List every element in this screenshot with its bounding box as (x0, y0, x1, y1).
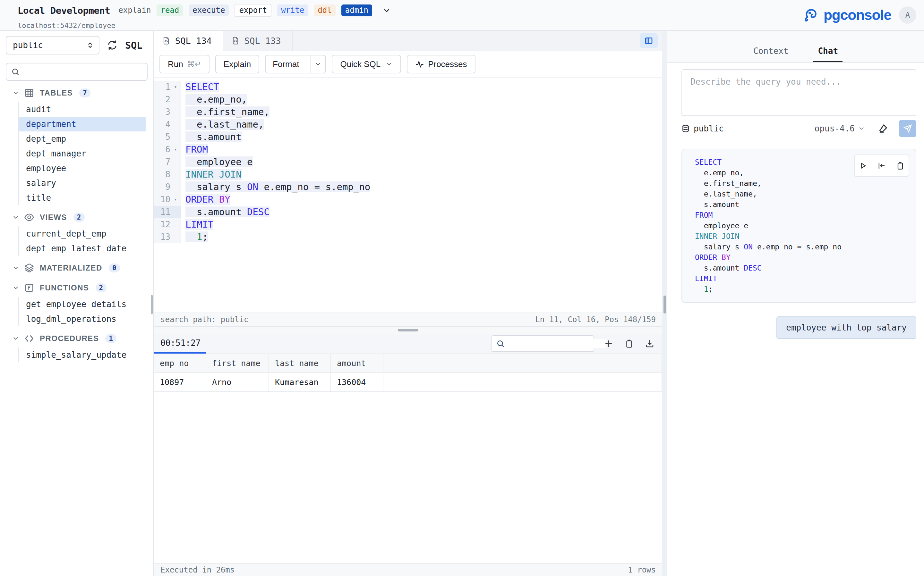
editor-line-3[interactable]: 3 e.first_name, (154, 106, 662, 118)
column-header-last_name[interactable]: last_name (269, 354, 331, 373)
schema-select[interactable]: public (6, 36, 99, 55)
copy-results-icon[interactable] (624, 339, 634, 348)
table-cell[interactable]: Kumaresan (269, 373, 331, 392)
file-code-icon (231, 36, 240, 45)
results-search-input[interactable] (508, 339, 606, 348)
section-items: current_dept_empdept_emp_latest_date (18, 226, 145, 256)
fold-arrow-icon[interactable]: ▾ (170, 193, 181, 206)
editor-scrollbar[interactable] (664, 295, 666, 314)
split-editor-button[interactable] (640, 33, 658, 48)
send-button[interactable] (899, 120, 916, 137)
sql-editor[interactable]: 1▾SELECT2 e.emp_no,3 e.first_name,4 e.la… (154, 77, 662, 313)
refresh-icon[interactable] (107, 39, 118, 51)
tab-chat[interactable]: Chat (813, 46, 843, 62)
code-line: LIMIT (181, 218, 213, 231)
section-procedures[interactable]: PROCEDURES1 (0, 331, 153, 346)
snippet-code-line: FROM (695, 210, 909, 221)
results-search[interactable] (491, 335, 594, 352)
explain-button[interactable]: Explain (215, 55, 259, 73)
schema-context-label: public (694, 124, 724, 133)
resize-handle[interactable] (398, 329, 418, 332)
editor-tab-sql-133[interactable]: SQL 133 (223, 31, 292, 51)
editor-line-5[interactable]: 5 s.amount (154, 131, 662, 143)
file-code-icon (162, 36, 171, 45)
editor-tab-sql-134[interactable]: SQL 134 (154, 31, 223, 51)
column-header-emp_no[interactable]: emp_no (154, 354, 206, 373)
editor-line-7[interactable]: 7 employee e (154, 156, 662, 168)
format-dropdown[interactable] (310, 55, 325, 73)
copy-snippet-icon[interactable] (896, 161, 905, 170)
result-tab-timer[interactable]: 00:51:27 (154, 334, 206, 354)
proc-icon (24, 333, 35, 344)
sidebar-item-log_dml_operations[interactable]: log_dml_operations (19, 311, 145, 326)
model-select[interactable]: opus-4.6 (814, 124, 865, 133)
fold-arrow-icon[interactable]: ▾ (170, 81, 181, 93)
chat-prompt-input[interactable] (682, 69, 916, 116)
editor-statusbar: search_path: public Ln 11, Col 16, Pos 1… (154, 313, 662, 327)
database-icon (682, 124, 690, 133)
editor-line-9[interactable]: 9 salary s ON e.emp_no = s.emp_no (154, 181, 662, 193)
sidebar-item-dept_manager[interactable]: dept_manager (19, 146, 145, 161)
sidebar-item-dept_emp_latest_date[interactable]: dept_emp_latest_date (19, 241, 145, 256)
line-gutter: 8 (154, 168, 181, 181)
editor-toolbar: Run ⌘↵ Explain Format Quick SQL (154, 51, 662, 77)
sidebar-item-simple_salary_update[interactable]: simple_salary_update (19, 348, 145, 362)
run-snippet-icon[interactable] (859, 161, 867, 170)
download-results-icon[interactable] (645, 339, 654, 348)
table-row[interactable]: 10897ArnoKumaresan136004 (154, 373, 662, 392)
section-materialized[interactable]: MATERIALIZED0 (0, 260, 153, 276)
user-message-bubble: employee with top salary (776, 316, 916, 339)
section-count-badge: 7 (79, 89, 90, 97)
insert-snippet-icon[interactable] (877, 161, 886, 170)
sidebar-scrollbar[interactable] (151, 295, 153, 314)
snippet-code-line: employee e (695, 221, 909, 231)
editor-line-6[interactable]: 6▾FROM (154, 143, 662, 156)
snippet-code-line: e.first_name, (695, 178, 909, 189)
editor-line-12[interactable]: 12LIMIT (154, 218, 662, 231)
editor-line-1[interactable]: 1▾SELECT (154, 81, 662, 93)
sidebar-item-get_employee_details[interactable]: get_employee_details (19, 297, 145, 311)
editor-line-8[interactable]: 8INNER JOIN (154, 168, 662, 181)
table-cell[interactable]: 136004 (331, 373, 383, 392)
search-icon (11, 67, 20, 76)
editor-line-11[interactable]: 11 s.amount DESC (154, 206, 662, 218)
chevron-down-icon[interactable] (383, 6, 391, 15)
sidebar-item-salary[interactable]: salary (19, 176, 145, 190)
editor-line-13[interactable]: 13 1; (154, 231, 662, 243)
sidebar-item-title[interactable]: title (19, 190, 145, 205)
fold-arrow-icon[interactable]: ▾ (170, 143, 181, 156)
schema-context[interactable]: public (682, 124, 724, 133)
execution-timer: 00:51:27 (160, 338, 200, 348)
avatar[interactable]: A (899, 6, 916, 24)
editor-line-4[interactable]: 4 e.last_name, (154, 118, 662, 131)
section-functions[interactable]: FUNCTIONS2 (0, 280, 153, 295)
table-cell[interactable]: 10897 (154, 373, 206, 392)
sidebar-item-dept_emp[interactable]: dept_emp (19, 131, 145, 146)
clear-chat-icon[interactable] (877, 123, 889, 134)
processes-button[interactable]: Processes (407, 55, 475, 73)
sidebar-item-audit[interactable]: audit (19, 102, 145, 117)
editor-line-2[interactable]: 2 e.emp_no, (154, 93, 662, 106)
results-table[interactable]: emp_nofirst_namelast_nameamount 10897Arn… (154, 354, 662, 392)
column-header-amount[interactable]: amount (331, 354, 383, 373)
editor-line-10[interactable]: 10▾ORDER BY (154, 193, 662, 206)
format-button[interactable]: Format (265, 55, 326, 73)
table-cell[interactable]: Arno (206, 373, 269, 392)
format-label: Format (266, 55, 306, 73)
run-button[interactable]: Run ⌘↵ (160, 55, 210, 73)
sidebar-item-current_dept_emp[interactable]: current_dept_emp (19, 226, 145, 241)
sidebar-search[interactable] (6, 63, 148, 81)
add-result-tab-icon[interactable] (604, 339, 614, 348)
panel-divider[interactable] (662, 31, 667, 576)
sidebar-item-employee[interactable]: employee (19, 161, 145, 176)
tab-context[interactable]: Context (749, 46, 793, 62)
main-area: SQL 134SQL 133 Run ⌘↵ Explain Format (154, 31, 662, 576)
sidebar-search-input[interactable] (24, 67, 142, 76)
quick-sql-button[interactable]: Quick SQL (332, 55, 401, 73)
code-line: employee e (181, 156, 253, 168)
sql-mode-label[interactable]: SQL (125, 40, 142, 51)
sidebar-item-department[interactable]: department (19, 117, 145, 131)
section-views[interactable]: VIEWS2 (0, 210, 153, 225)
section-tables[interactable]: TABLES7 (0, 85, 153, 101)
column-header-first_name[interactable]: first_name (206, 354, 269, 373)
